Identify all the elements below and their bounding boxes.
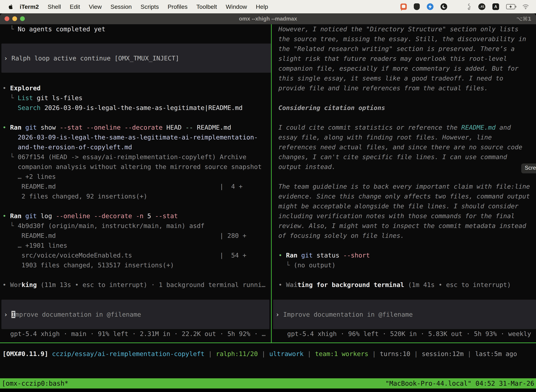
omx-bar-segment: team:1 workers [315, 350, 368, 357]
window-title-bar[interactable]: omx --xhigh --madmax ⌥⌘1 [0, 13, 536, 24]
prompt-chevron: › [4, 55, 11, 62]
omx-bar-segment: | [410, 350, 422, 357]
input-placeholder: mprove documentation in @filename [15, 311, 141, 318]
input-placeholder: Improve documentation in @filename [283, 311, 413, 318]
terminal-line: slight risk that future readers may over… [278, 54, 536, 64]
omx-bar-segment: | [258, 350, 269, 357]
prompt-chevron: › [276, 311, 283, 318]
ralph-loop-text: Ralph loop active continue [OMX_TMUX_INJ… [11, 55, 179, 62]
screen-tooltip: Scre [521, 163, 536, 173]
text-cursor: I [11, 311, 15, 318]
terminal-line: this single essay, it seems like a good … [278, 73, 536, 83]
menu-item-session[interactable]: Session [106, 3, 136, 10]
terminal-line: the "Related research writing" section i… [278, 44, 536, 54]
terminal-line: might be acceptable alongside the file l… [278, 201, 536, 211]
omx-bar-segment: ultrawork [269, 350, 304, 357]
tmux-session-window[interactable]: [omx-cczip0:bash* [2, 380, 68, 387]
pane-bottom-border [0, 342, 536, 343]
terminal-line: references need actual files, and since … [278, 142, 536, 152]
menu-item-iterm2[interactable]: iTerm2 [16, 3, 43, 10]
a-key-icon[interactable]: A [492, 3, 499, 10]
wifi-icon[interactable] [522, 4, 529, 9]
terminal-line: 2 files changed, 92 insertions(+) [2, 191, 273, 201]
tmux-host-clock: "MacBook-Pro-44.local" 04:52 31-Mar-26 [385, 380, 534, 387]
menu-item-scripts[interactable]: Scripts [136, 3, 163, 10]
terminal-line: and-the-erosion-of-copyleft.md [2, 142, 273, 152]
shield-grid-icon[interactable] [414, 3, 420, 10]
terminal-line [278, 172, 536, 182]
terminal-line: review. Also, I might want to inspect th… [278, 221, 536, 231]
terminal-line: src/voice/voiceModeEnabled.ts | 54 + [2, 250, 273, 260]
terminal-line: 2026-03-09-is-legal-the-same-as-legitima… [2, 132, 273, 142]
omx-session-bar: [OMX#0.11.9] cczip/essay/ai-reimplementa… [2, 349, 517, 359]
terminal-line: However, I noticed the "Directory Struct… [278, 24, 536, 34]
terminal-line: output instead. [278, 162, 536, 172]
terminal-line: • Ran git status --short [278, 250, 536, 260]
terminal-line [278, 113, 536, 123]
terminal-line: Search 2026-03-09-is-legal-the-same-as-l… [2, 103, 273, 113]
terminal-line: └ List git ls-files [2, 93, 273, 103]
lightning-circle-icon[interactable] [427, 3, 433, 10]
pane-divider[interactable] [271, 24, 272, 343]
terminal-area: └ No agents completed yet • Explored └ L… [0, 24, 536, 378]
terminal-line [2, 201, 273, 211]
menu-item-shell[interactable]: Shell [43, 3, 65, 10]
omx-bar-segment: cczip/essay/ai-reimplementation-copyleft [52, 350, 205, 357]
terminal-line: provide file and line references from th… [278, 83, 536, 93]
omx-bar-segment: | [205, 350, 216, 357]
crescent-circle-icon[interactable] [440, 3, 447, 10]
terminal-line: the source tree, missing the essay. Stil… [278, 34, 536, 44]
terminal-line: README.md | 280 + [2, 231, 273, 241]
omx-bar-segment: | [304, 350, 315, 357]
left-prompt-input[interactable]: › Improve documentation in @filename [1, 300, 269, 329]
omx-bar-segment: | [464, 350, 475, 357]
terminal-line: including verification notes with those … [278, 211, 536, 221]
omx-bar-segment: turns:10 [380, 350, 410, 357]
omx-bar-segment: | [368, 350, 380, 357]
dots-grid-icon[interactable] [454, 4, 460, 9]
menu-item-window[interactable]: Window [221, 3, 251, 10]
terminal-line: … +1901 lines [2, 241, 273, 250]
terminal-line: └ 067f154 (HEAD -> essay/ai-reimplementa… [2, 152, 273, 162]
window-shortcut-badge: ⌥⌘1 [516, 13, 531, 24]
right-pane: However, I noticed the "Directory Struct… [272, 24, 536, 290]
terminal-line: companion analysis without altering the … [2, 162, 273, 172]
terminal-line [278, 93, 536, 103]
terminal-line: └ (no output) [278, 260, 536, 270]
terminal-line: … +2 lines [2, 172, 273, 182]
terminal-line [278, 241, 536, 250]
terminal-line: evidence. Since this change only affects… [278, 191, 536, 201]
squiggle-icon[interactable] [467, 3, 471, 10]
omx-bar-segment: last:5m ago [475, 350, 517, 357]
terminal-line: The team guideline is to back every impo… [278, 182, 536, 191]
right-model-status: gpt-5.4 xhigh · 96% left · 520K in · 5.8… [287, 329, 535, 339]
left-model-status: gpt-5.4 xhigh · main · 91% left · 2.31M … [10, 329, 269, 339]
terminal-line [278, 270, 536, 280]
badge-61-icon[interactable]: ..61 [478, 3, 485, 10]
terminal-line: • Working (11m 13s • esc to interrupt) ·… [2, 280, 273, 290]
terminal-line [2, 73, 273, 83]
terminal-line: • Ran git show --stat --oneline --decora… [2, 123, 273, 132]
menu-item-edit[interactable]: Edit [65, 3, 85, 10]
terminal-line: of focusing solely on file lines. [278, 231, 536, 241]
menu-item-view[interactable]: View [84, 3, 106, 10]
terminal-line: • Ran git log --oneline --decorate -n 5 … [2, 211, 273, 221]
apple-logo-icon[interactable] [8, 3, 14, 10]
terminal-line: I could cite commit statistics or refere… [278, 123, 536, 132]
ralph-loop-box: › Ralph loop active continue [OMX_TMUX_I… [1, 44, 272, 73]
menu-item-help[interactable]: Help [251, 3, 273, 10]
battery-icon[interactable] [506, 4, 515, 9]
window-title: omx --xhigh --madmax [0, 13, 536, 24]
terminal-line [2, 113, 273, 123]
menu-item-profiles[interactable]: Profiles [163, 3, 192, 10]
right-prompt-input[interactable]: › Improve documentation in @filename [273, 300, 536, 329]
terminal-line: └ No agents completed yet [2, 24, 273, 34]
menubar-status-icons: ..61 A [400, 3, 536, 10]
menu-item-toolbelt[interactable]: Toolbelt [192, 3, 221, 10]
chat-badge-icon[interactable] [400, 4, 407, 10]
macos-menu-bar: iTerm2ShellEditViewSessionScriptsProfile… [0, 0, 536, 13]
screen: { "menubar": { "items": ["iTerm2", "Shel… [0, 0, 536, 392]
terminal-line: essay file, along with finding root file… [278, 132, 536, 142]
iterm2-window: omx --xhigh --madmax ⌥⌘1 └ No agents com… [0, 13, 536, 392]
terminal-line [2, 270, 273, 280]
